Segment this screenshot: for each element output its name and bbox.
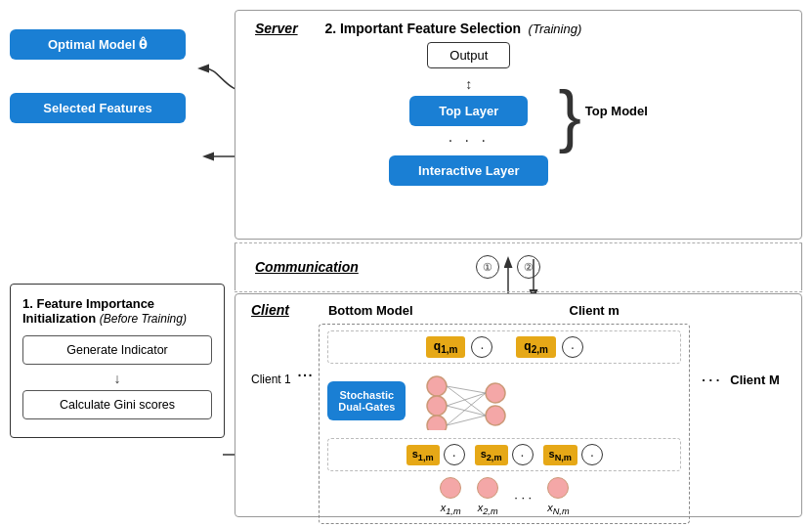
x2-node xyxy=(477,477,498,499)
client-label: Client xyxy=(251,302,289,318)
output-box: Output xyxy=(427,42,510,68)
q2-item: q2,m · xyxy=(516,336,583,358)
optimal-model-box: Optimal Model θ̂ xyxy=(10,29,186,60)
x1-item: x1,m xyxy=(440,477,461,516)
s1-item: s1,m · xyxy=(406,444,465,465)
s2-item: s2,m · xyxy=(475,444,534,465)
x1-label: x1,m xyxy=(441,502,461,516)
svg-line-8 xyxy=(447,386,486,416)
sN-box: sN,m xyxy=(543,445,577,465)
sN-item: sN,m · xyxy=(543,444,603,465)
x2-item: x2,m xyxy=(477,477,498,516)
x2-label: x2,m xyxy=(478,502,498,516)
selected-features-box: Selected Features xyxy=(10,93,186,123)
q2-box: q2,m xyxy=(516,336,556,358)
xN-label: xN,m xyxy=(547,502,569,516)
dashed-line-bottom xyxy=(235,291,802,292)
server-section: Server 2. Important Feature Selection (T… xyxy=(235,10,802,240)
down-arrow-1: ↓ xyxy=(22,371,212,386)
stochastic-box: StochasticDual-Gates xyxy=(327,381,406,420)
server-dots: · · · xyxy=(449,132,490,150)
left-bottom-panel: 1. Feature Importance Initialization (Be… xyxy=(10,284,225,438)
svg-line-9 xyxy=(447,393,486,406)
sN-dot: · xyxy=(581,444,603,465)
q1-item: q1,m · xyxy=(426,336,493,358)
interactive-layer-box: Interactive Layer xyxy=(389,155,548,186)
client1-label: Client 1 xyxy=(251,373,291,386)
server-label: Server xyxy=(255,21,298,36)
q1-dot: · xyxy=(471,336,492,358)
main-container: Optimal Model θ̂ Selected Features 1. F xyxy=(0,0,812,527)
q1-box: q1,m xyxy=(426,336,466,358)
svg-point-3 xyxy=(427,396,447,416)
svg-point-5 xyxy=(486,383,505,403)
client-section: Client Bottom Model Client m Client 1 ··… xyxy=(235,293,802,517)
xN-item: xN,m xyxy=(547,477,569,516)
generate-indicator-box: Generate Indicator xyxy=(22,335,212,365)
svg-point-2 xyxy=(427,376,447,396)
svg-line-7 xyxy=(447,386,486,393)
comm-arrow-1: ① xyxy=(476,255,499,279)
s1-box: s1,m xyxy=(406,445,440,465)
client-M-label: · · · Client M xyxy=(702,373,779,387)
svg-point-4 xyxy=(427,416,447,430)
comm-arrow-2: ② xyxy=(517,255,540,279)
left-bottom-title: 1. Feature Importance Initialization (Be… xyxy=(22,296,212,326)
client-m-title: Client m xyxy=(570,303,620,318)
server-section-title: 2. Important Feature Selection (Training… xyxy=(318,21,582,36)
xN-node xyxy=(547,477,569,499)
calculate-gini-box: Calculate Gini scores xyxy=(22,390,212,419)
nn-nodes-svg xyxy=(417,372,613,430)
communication-label: Communication xyxy=(255,259,359,275)
s2-box: s2,m xyxy=(475,445,508,465)
top-model-label: Top Model xyxy=(585,104,648,118)
s2-dot: · xyxy=(512,444,534,465)
bottom-model-title: Bottom Model xyxy=(328,303,413,318)
communication-section: Communication ① ② xyxy=(235,243,802,290)
x-dots: · · · xyxy=(514,490,532,505)
left-top-panel: Optimal Model θ̂ Selected Features xyxy=(10,29,225,139)
svg-point-6 xyxy=(486,406,505,425)
q2-dot: · xyxy=(562,336,583,358)
s1-dot: · xyxy=(444,444,465,465)
top-layer-box: Top Layer xyxy=(409,96,528,126)
svg-line-10 xyxy=(447,406,486,416)
x1-node xyxy=(440,477,461,499)
dashed-line-top xyxy=(235,242,802,243)
